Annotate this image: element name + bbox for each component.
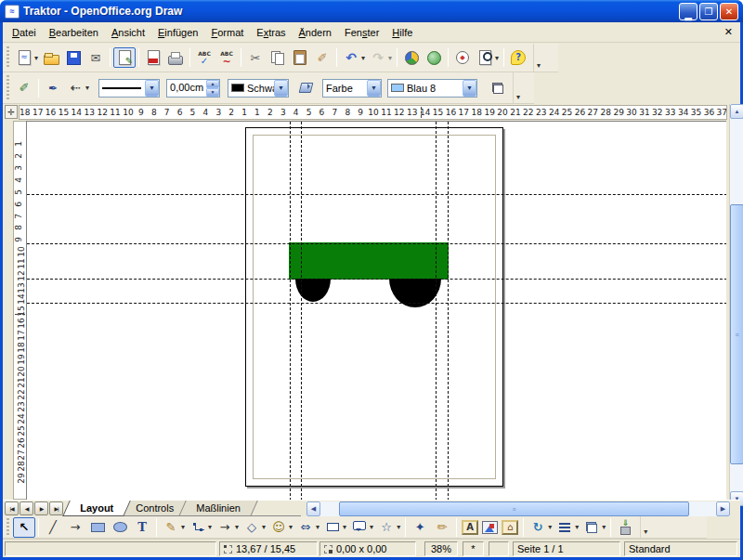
tab-layout[interactable]: Layout — [62, 501, 131, 516]
shadow-toggle-button[interactable] — [487, 78, 509, 98]
help-button[interactable] — [507, 47, 529, 68]
chevron-down-icon[interactable]: ▼ — [274, 80, 288, 97]
connector-button[interactable]: ▾ — [187, 517, 214, 538]
lines-arrows-button[interactable]: ▾ — [214, 517, 241, 538]
spin-down-icon[interactable]: ▼ — [206, 88, 219, 97]
snap-guide-vertical[interactable] — [448, 122, 449, 500]
menu-ndern[interactable]: Ändern — [293, 24, 338, 41]
horizontal-ruler[interactable]: 1817161514131211109876543211234567891011… — [19, 105, 727, 120]
gallery-button[interactable] — [500, 518, 520, 537]
next-page-button[interactable]: ▶ — [34, 501, 48, 515]
line-width-stepper[interactable]: 0,00cm ▲▼ — [166, 79, 220, 98]
document-page[interactable] — [245, 127, 503, 487]
chevron-down-icon[interactable]: ▾ — [397, 523, 400, 531]
toolbar-drag-handle[interactable] — [5, 75, 11, 99]
callouts-button[interactable]: ▾ — [348, 517, 375, 538]
toolbar-overflow-icon[interactable]: ▾ — [513, 72, 523, 103]
vertical-scrollbar[interactable]: ▲ ≡ ▼ — [729, 104, 743, 506]
alignment-button[interactable]: ▾ — [554, 517, 580, 538]
rotate-button[interactable]: ▾ — [527, 517, 554, 538]
basic-shapes-button[interactable]: ▾ — [241, 517, 267, 538]
chevron-down-icon[interactable]: ▼ — [367, 80, 381, 97]
scroll-right-icon[interactable]: ▶ — [716, 501, 730, 516]
snap-guide-horizontal[interactable] — [27, 243, 726, 244]
last-page-button[interactable]: ▶| — [49, 501, 63, 515]
vertical-scroll-thumb[interactable]: ≡ — [730, 204, 743, 464]
email-button[interactable] — [85, 47, 107, 68]
menu-fenster[interactable]: Fenster — [338, 24, 385, 41]
line-dialog-button[interactable] — [42, 78, 64, 98]
snap-guide-vertical[interactable] — [290, 122, 291, 500]
menu-einfgen[interactable]: Einfügen — [151, 24, 204, 41]
area-fill-select[interactable]: Blau 8 ▼ — [387, 79, 477, 98]
fontwork-button[interactable] — [460, 518, 480, 537]
new-document-button[interactable]: ▾ — [13, 47, 40, 68]
menu-bearbeiten[interactable]: Bearbeiten — [43, 24, 105, 41]
menu-ansicht[interactable]: Ansicht — [105, 24, 151, 41]
open-button[interactable] — [40, 47, 62, 68]
toolbar-overflow-icon[interactable]: ▾ — [533, 44, 543, 72]
previous-page-button[interactable]: ◀ — [20, 501, 33, 515]
chevron-down-icon[interactable]: ▼ — [145, 80, 159, 97]
arrange-button[interactable]: ▾ — [580, 517, 607, 538]
ellipse-button[interactable] — [109, 517, 131, 538]
drawing-canvas[interactable] — [26, 121, 726, 500]
edit-points-mode-button[interactable] — [13, 78, 35, 98]
arrow-style-button[interactable]: ▾ — [64, 78, 91, 98]
page-number-field[interactable]: Seite 1 / 1 — [513, 541, 620, 556]
scroll-left-icon[interactable]: ◀ — [306, 501, 320, 516]
menu-hilfe[interactable]: Hilfe — [385, 24, 419, 41]
line-color-select[interactable]: Schwarz ▼ — [228, 79, 289, 98]
vertical-ruler[interactable]: 1234567891011121314151617181920212223242… — [13, 121, 27, 500]
zoom-button[interactable]: ▾ — [474, 47, 501, 68]
glue-points-button[interactable] — [431, 517, 453, 538]
chevron-down-icon[interactable]: ▾ — [316, 523, 319, 531]
print-button[interactable] — [164, 47, 187, 68]
tab-malinien[interactable]: Maßlinien — [178, 501, 257, 516]
chevron-down-icon[interactable]: ▼ — [463, 80, 476, 97]
cut-button[interactable] — [244, 47, 267, 68]
from-file-button[interactable] — [480, 519, 500, 536]
chevron-down-icon[interactable]: ▾ — [548, 523, 552, 531]
flowcharts-button[interactable]: ▾ — [321, 517, 348, 538]
first-page-button[interactable]: |◀ — [5, 501, 19, 515]
chevron-down-icon[interactable]: ▾ — [181, 523, 185, 531]
chevron-down-icon[interactable]: ▾ — [235, 523, 239, 531]
horizontal-scroll-thumb[interactable]: ≡ — [339, 501, 689, 516]
block-arrows-button[interactable]: ▾ — [294, 517, 321, 538]
chevron-down-icon[interactable]: ▾ — [388, 54, 392, 62]
tractor-body[interactable] — [289, 242, 449, 280]
format-paintbrush-button[interactable] — [311, 47, 333, 68]
chart-button[interactable] — [400, 47, 423, 68]
title-bar[interactable]: ≈ Traktor - OpenOffice.org Draw ▂ ❐ ✕ — [0, 0, 743, 22]
undo-button[interactable]: ▾ — [340, 47, 367, 68]
ruler-origin-button[interactable]: ✛ — [5, 105, 18, 119]
menu-extras[interactable]: Extras — [250, 24, 292, 41]
close-document-icon[interactable]: ✕ — [724, 26, 733, 38]
menu-datei[interactable]: Datei — [6, 24, 43, 41]
maximize-button[interactable]: ❐ — [699, 3, 718, 20]
toolbar-drag-handle[interactable] — [5, 46, 11, 69]
hyperlink-globe-button[interactable] — [423, 47, 445, 68]
line-arrow-end-button[interactable] — [64, 517, 86, 538]
zoom-level-field[interactable]: 38% — [424, 541, 458, 556]
toolbar-overflow-icon[interactable]: ▾ — [640, 516, 650, 538]
chevron-down-icon[interactable]: ▾ — [289, 523, 293, 531]
snap-guide-horizontal[interactable] — [27, 303, 726, 304]
chevron-down-icon[interactable]: ▾ — [208, 523, 212, 531]
chevron-down-icon[interactable]: ▾ — [602, 523, 606, 531]
redo-button[interactable]: ▾ — [367, 47, 394, 68]
snap-guide-horizontal[interactable] — [27, 194, 726, 195]
auto-spellcheck-button[interactable] — [215, 47, 238, 68]
toolbar-drag-handle[interactable] — [5, 518, 11, 535]
curve-button[interactable]: ▾ — [160, 517, 187, 538]
horizontal-scrollbar[interactable]: ◀ ≡ ▶ — [306, 501, 730, 516]
chevron-down-icon[interactable]: ▾ — [34, 54, 38, 62]
interaction-button[interactable] — [614, 517, 636, 538]
chevron-down-icon[interactable]: ▾ — [361, 54, 365, 62]
line-style-select[interactable]: ▼ — [98, 79, 160, 98]
copy-button[interactable] — [267, 47, 289, 68]
chevron-down-icon[interactable]: ▾ — [262, 523, 266, 531]
rectangle-button[interactable] — [86, 517, 109, 538]
menu-format[interactable]: Format — [204, 24, 250, 41]
